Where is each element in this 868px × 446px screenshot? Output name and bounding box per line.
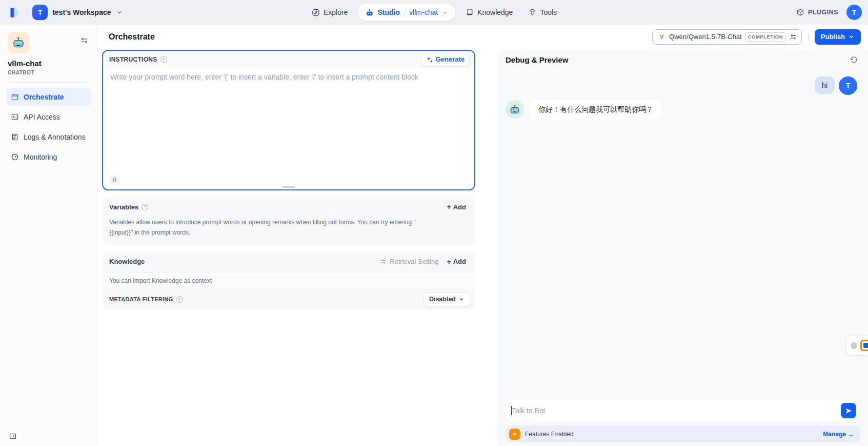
resize-handle[interactable] — [282, 186, 295, 188]
user-avatar[interactable]: T — [846, 5, 862, 20]
topbar-nav: Explore Studio / vllm-chat Knowledge Too… — [306, 0, 562, 25]
metadata-filtering-value: Disabled — [429, 296, 456, 303]
plus-icon: + — [447, 203, 451, 210]
instructions-title: INSTRUCTIONS — [109, 56, 157, 63]
floating-widget[interactable] — [846, 336, 868, 355]
nav-studio-active[interactable]: Studio / vllm-chat — [358, 4, 455, 21]
publish-label: Publish — [821, 33, 845, 41]
bot-message-bubble: 你好！有什么问题我可以帮助你吗？ — [530, 100, 661, 120]
sidebar-item-orchestrate[interactable]: Orchestrate — [6, 88, 91, 106]
sidebar-head: vllm-chat CHATBOT — [0, 25, 97, 75]
instructions-panel: INSTRUCTIONS ? Generate 0 — [102, 50, 475, 190]
metadata-title-row: METADATA FILTERING ? — [109, 296, 183, 303]
sidebar-nav: Orchestrate API Access Logs & Annotation… — [0, 88, 97, 166]
explore-icon — [311, 8, 320, 17]
features-icon: “ — [509, 429, 520, 440]
nav-studio-label: Studio — [377, 8, 400, 16]
plugins-button[interactable]: PLUGINS — [796, 8, 838, 16]
chevron-down-icon[interactable] — [116, 9, 123, 16]
paper-plane-icon — [845, 407, 853, 415]
sidebar-item-label: Orchestrate — [24, 93, 64, 101]
retrieval-setting-button[interactable]: Retrieval Setting — [379, 258, 438, 265]
config-column: INSTRUCTIONS ? Generate 0 — [97, 49, 481, 446]
variables-description: Variables allow users to introduce promp… — [102, 217, 475, 245]
add-knowledge-label: Add — [453, 258, 466, 265]
variables-panel: Variables ? + Add Variables allow users … — [102, 197, 475, 245]
topbar-left: / T test's Workspace — [8, 5, 123, 20]
nav-app-name: vllm-chat — [409, 8, 438, 16]
dify-logo-icon[interactable] — [8, 6, 21, 19]
generate-button[interactable]: Generate — [421, 53, 470, 66]
terminal-icon — [11, 113, 19, 121]
breadcrumb-slash: / — [26, 8, 28, 17]
send-button[interactable] — [841, 403, 856, 418]
add-variable-button[interactable]: + Add — [444, 202, 469, 212]
nav-knowledge-label: Knowledge — [477, 8, 513, 16]
instructions-title-row: INSTRUCTIONS ? — [109, 56, 167, 63]
manage-label: Manage — [823, 431, 846, 438]
header-actions: Qwen/Qwen1.5-7B-Chat COMPLETION Publish — [652, 29, 861, 45]
model-params-sliders-icon[interactable] — [789, 33, 797, 41]
debug-title: Debug & Preview — [506, 55, 569, 64]
manage-link[interactable]: Manage → — [823, 431, 854, 438]
features-left: “ Features Enabled — [509, 429, 574, 440]
debug-header: Debug & Preview — [497, 49, 868, 66]
sidebar-divider — [7, 82, 90, 83]
chat-area: hi T — [497, 66, 868, 399]
sidebar-app-type: CHATBOT — [8, 70, 90, 75]
nav-slash: / — [403, 8, 406, 17]
main-header: Orchestrate Qwen/Qwen1.5-7B-Chat COMPLET… — [97, 25, 868, 49]
sidebar-item-logs-annotations[interactable]: Logs & Annotations — [6, 128, 91, 146]
char-count-badge: 0 — [109, 176, 120, 185]
chevron-down-icon — [458, 296, 465, 302]
widget-dot-icon — [851, 342, 857, 349]
variables-title-row: Variables ? — [109, 203, 148, 211]
sidebar-item-monitoring[interactable]: Monitoring — [6, 148, 91, 166]
metadata-filtering-row: METADATA FILTERING ? Disabled — [102, 289, 475, 309]
chevron-down-icon[interactable] — [441, 9, 448, 16]
document-icon — [11, 133, 19, 141]
content-row: INSTRUCTIONS ? Generate 0 — [97, 49, 868, 446]
publish-button[interactable]: Publish — [815, 29, 861, 45]
sidebar-item-label: API Access — [24, 113, 60, 121]
debug-preview-panel: Debug & Preview hi T — [497, 49, 868, 446]
robot-icon — [365, 8, 374, 17]
sidebar-item-label: Monitoring — [24, 153, 57, 161]
metadata-filtering-toggle[interactable]: Disabled — [423, 293, 470, 306]
generate-label: Generate — [436, 55, 465, 63]
arrow-right-icon: → — [848, 431, 854, 438]
nav-explore[interactable]: Explore — [306, 4, 353, 21]
chat-input[interactable] — [512, 399, 841, 422]
knowledge-header: Knowledge Retrieval Setting + Add — [102, 251, 475, 272]
help-icon[interactable]: ? — [176, 296, 183, 303]
instructions-input[interactable] — [103, 68, 474, 168]
nav-tools[interactable]: Tools — [523, 4, 562, 21]
help-icon[interactable]: ? — [142, 204, 148, 210]
knowledge-description: You can import Knowledge as context — [102, 272, 475, 289]
topbar: / T test's Workspace Explore Studio / vl… — [0, 0, 868, 25]
metadata-filtering-title: METADATA FILTERING — [109, 296, 173, 302]
app-shell: vllm-chat CHATBOT Orchestrate API Access — [0, 25, 868, 446]
restart-conversation-icon[interactable] — [850, 56, 858, 64]
help-icon[interactable]: ? — [160, 56, 167, 63]
variables-header: Variables ? + Add — [102, 197, 475, 217]
model-selector[interactable]: Qwen/Qwen1.5-7B-Chat COMPLETION — [652, 29, 802, 45]
sparkles-icon — [426, 56, 433, 63]
workspace-avatar[interactable]: T — [32, 5, 48, 20]
topbar-right: PLUGINS T — [796, 5, 862, 20]
sidebar: vllm-chat CHATBOT Orchestrate API Access — [0, 25, 97, 446]
sidebar-item-api-access[interactable]: API Access — [6, 108, 91, 126]
collapse-sidebar-icon[interactable] — [9, 432, 17, 440]
features-label: Features Enabled — [525, 431, 574, 438]
knowledge-title: Knowledge — [109, 258, 145, 265]
app-avatar[interactable] — [8, 32, 29, 53]
page-title: Orchestrate — [109, 32, 155, 42]
add-knowledge-button[interactable]: + Add — [444, 256, 469, 267]
sidebar-app-name: vllm-chat — [8, 59, 90, 68]
tools-hammer-icon — [528, 8, 536, 16]
workspace-name[interactable]: test's Workspace — [52, 8, 111, 16]
operations-sliders-icon[interactable] — [80, 36, 89, 45]
nav-knowledge[interactable]: Knowledge — [460, 4, 518, 21]
robot-icon — [509, 104, 520, 115]
widget-extension-icon[interactable] — [860, 340, 868, 351]
